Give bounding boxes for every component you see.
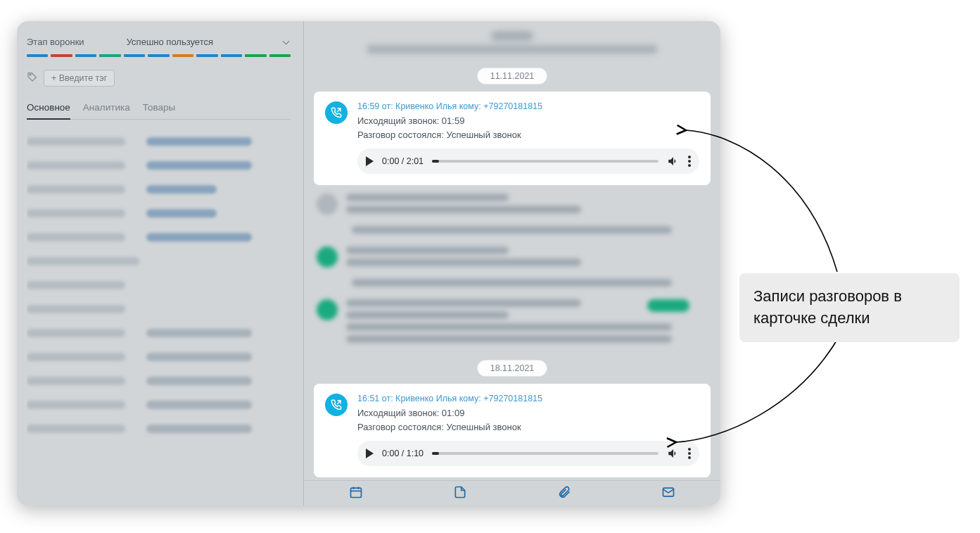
deal-card: Этап воронки Успешно пользуется + Введит… xyxy=(17,21,720,506)
audio-progress[interactable] xyxy=(432,452,658,455)
more-vertical-icon[interactable] xyxy=(688,448,691,459)
date-separator: 18.11.2021 xyxy=(477,360,548,377)
svg-point-0 xyxy=(30,74,31,75)
more-vertical-icon[interactable] xyxy=(688,156,691,167)
tag-input[interactable]: + Введите тэг xyxy=(44,70,115,87)
audio-player[interactable]: 0:00 / 2:01 xyxy=(357,149,699,174)
deal-left-panel: Этап воронки Успешно пользуется + Введит… xyxy=(17,21,304,506)
funnel-progress-bar xyxy=(27,54,291,57)
audio-player[interactable]: 0:00 / 1:10 xyxy=(357,441,699,466)
tab-goods[interactable]: Товары xyxy=(143,102,175,119)
chevron-down-icon xyxy=(284,39,291,46)
timeline-item-blur xyxy=(317,246,708,270)
svg-point-2 xyxy=(688,156,691,158)
funnel-segment[interactable] xyxy=(148,54,169,57)
timeline-toolbar xyxy=(304,480,720,506)
audio-progress[interactable] xyxy=(432,160,658,163)
callout-label: Записи разговоров в карточке сделки xyxy=(739,273,960,342)
tab-analytics[interactable]: Аналитика xyxy=(83,102,130,119)
svg-point-8 xyxy=(688,456,691,459)
timeline-item-blur xyxy=(352,226,708,238)
call-record-card: 16:59 от: Кривенко Илья кому: +792701818… xyxy=(314,92,711,185)
call-type-duration: Исходящий звонок: 01:59 xyxy=(357,114,699,128)
svg-point-7 xyxy=(688,452,691,455)
deal-timeline: 11.11.2021 16:59 от: Кривенко Илья кому:… xyxy=(304,21,720,506)
volume-icon[interactable] xyxy=(667,447,680,460)
note-icon[interactable] xyxy=(453,485,467,502)
phone-outgoing-icon xyxy=(325,101,348,124)
svg-point-4 xyxy=(688,164,691,167)
tab-main[interactable]: Основное xyxy=(27,102,70,120)
funnel-segment[interactable] xyxy=(245,54,266,57)
mail-icon[interactable] xyxy=(661,485,675,502)
funnel-stage-label: Этап воронки xyxy=(27,37,84,47)
deal-tabs: Основное Аналитика Товары xyxy=(27,102,291,120)
play-icon[interactable] xyxy=(366,449,374,458)
audio-time: 0:00 / 2:01 xyxy=(382,156,424,166)
funnel-segment[interactable] xyxy=(221,54,242,57)
svg-point-6 xyxy=(688,448,691,451)
funnel-stage-select[interactable]: Успешно пользуется xyxy=(127,37,291,47)
funnel-segment[interactable] xyxy=(269,54,291,57)
deal-fields xyxy=(27,130,291,506)
volume-icon[interactable] xyxy=(667,155,680,168)
call-result: Разговор состоялся: Успешный звонок xyxy=(357,420,699,434)
funnel-segment[interactable] xyxy=(51,54,72,57)
funnel-segment[interactable] xyxy=(99,54,120,57)
play-icon[interactable] xyxy=(366,156,374,166)
call-meta: 16:51 от: Кривенко Илья кому: +792701818… xyxy=(357,394,699,403)
svg-rect-9 xyxy=(351,488,362,497)
svg-point-3 xyxy=(688,160,691,163)
calendar-icon[interactable] xyxy=(349,485,363,502)
funnel-segment[interactable] xyxy=(124,54,145,57)
funnel-segment[interactable] xyxy=(196,54,217,57)
timeline-item-blur xyxy=(352,279,708,291)
audio-time: 0:00 / 1:10 xyxy=(382,449,424,458)
call-record-card: 16:51 от: Кривенко Илья кому: +792701818… xyxy=(314,384,711,477)
funnel-segment[interactable] xyxy=(27,54,48,57)
timeline-header-blur xyxy=(350,31,675,55)
funnel-segment[interactable] xyxy=(75,54,96,57)
funnel-segment[interactable] xyxy=(172,54,193,57)
call-type-duration: Исходящий звонок: 01:09 xyxy=(357,406,699,420)
phone-outgoing-icon xyxy=(325,394,348,416)
paperclip-icon[interactable] xyxy=(557,485,571,502)
timeline-item-blur xyxy=(317,194,708,218)
funnel-stage-value: Успешно пользуется xyxy=(127,37,213,47)
timeline-item-blur xyxy=(317,299,708,347)
call-result: Разговор состоялся: Успешный звонок xyxy=(357,128,699,142)
tag-icon xyxy=(27,71,38,85)
date-separator: 11.11.2021 xyxy=(477,68,548,84)
call-meta: 16:59 от: Кривенко Илья кому: +792701818… xyxy=(357,101,699,111)
